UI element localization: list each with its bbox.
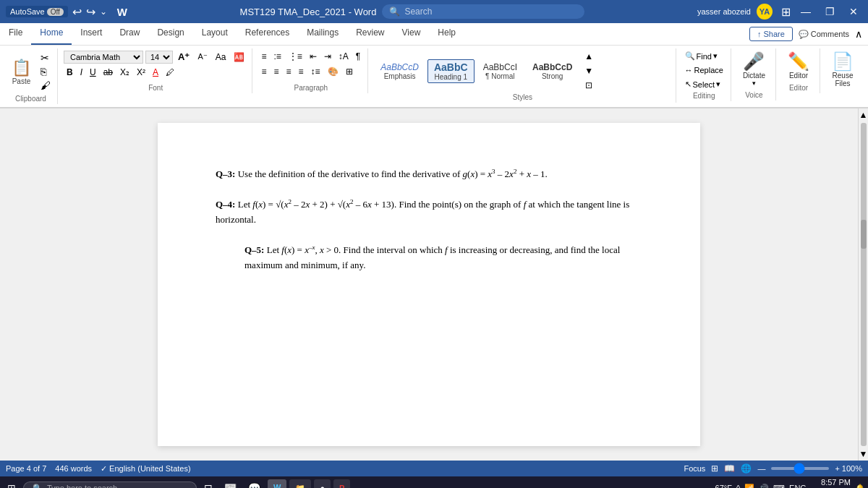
tab-view[interactable]: View: [393, 25, 430, 45]
page-layout-button[interactable]: ⊞: [711, 463, 718, 474]
ribbon-collapse-button[interactable]: ∧: [855, 28, 862, 40]
scroll-up-button[interactable]: ▲: [859, 110, 868, 120]
select-button[interactable]: ↖ Select ▾: [682, 78, 726, 90]
cut-button[interactable]: ✂: [38, 51, 53, 64]
style-normal[interactable]: AaBbCcI ¶ Normal: [477, 60, 524, 82]
tab-home[interactable]: Home: [31, 25, 72, 45]
style-strong[interactable]: AaBbCcD Strong: [526, 60, 579, 82]
tab-layout[interactable]: Layout: [193, 25, 237, 45]
grow-font-button[interactable]: A⁺: [175, 50, 192, 64]
tab-help[interactable]: Help: [429, 25, 464, 45]
comments-button[interactable]: 💬 Comments: [799, 30, 849, 39]
zoom-level[interactable]: + 100%: [835, 464, 862, 473]
user-avatar[interactable]: YA: [757, 4, 773, 20]
undo-icon[interactable]: ↩: [72, 5, 82, 19]
scroll-thumb[interactable]: [861, 220, 867, 249]
shrink-font-button[interactable]: A⁻: [195, 51, 210, 63]
show-paragraph-button[interactable]: ¶: [353, 50, 363, 63]
word-taskbar-app[interactable]: W: [268, 479, 286, 488]
tab-design[interactable]: Design: [148, 25, 192, 45]
layout-icon[interactable]: ⊞: [781, 5, 791, 19]
format-painter-button[interactable]: 🖌: [38, 79, 53, 92]
page-info[interactable]: Page 4 of 7: [6, 464, 46, 473]
align-left-button[interactable]: ≡: [258, 65, 269, 78]
pdf-app-button[interactable]: P: [333, 479, 350, 488]
increase-indent-button[interactable]: ⇥: [321, 50, 334, 63]
dictate-button[interactable]: 🎤 Dictate ▾: [739, 50, 770, 88]
word-count[interactable]: 446 words: [55, 464, 92, 473]
volume-icon[interactable]: 🔊: [759, 484, 769, 489]
web-layout-button[interactable]: 🌐: [741, 463, 752, 474]
strikethrough-button[interactable]: ab: [101, 66, 116, 79]
underline-button[interactable]: U: [87, 66, 99, 79]
chevron-up-icon[interactable]: ^: [736, 484, 740, 488]
scroll-down-button[interactable]: ▼: [859, 449, 868, 459]
taskbar-search-input[interactable]: [47, 484, 177, 488]
title-search-bar[interactable]: 🔍: [382, 4, 584, 19]
decrease-indent-button[interactable]: ⇤: [307, 50, 320, 63]
teams-button[interactable]: 💬: [244, 481, 265, 488]
taskbar-search[interactable]: 🔍: [23, 481, 197, 489]
minimize-button[interactable]: —: [796, 6, 815, 17]
tab-references[interactable]: References: [237, 25, 298, 45]
keyboard-icon[interactable]: ⌨: [773, 484, 785, 489]
multilevel-list-button[interactable]: ⋮≡: [286, 50, 305, 63]
styles-more[interactable]: ⊡: [582, 79, 596, 92]
borders-button[interactable]: ⊞: [343, 65, 356, 78]
align-center-button[interactable]: ≡: [271, 65, 281, 78]
bullets-button[interactable]: ≡: [258, 50, 269, 63]
system-clock[interactable]: 8:57 PM 11/20/2021: [811, 477, 851, 488]
document-scroll[interactable]: Q–3: Use the definition of the derivativ…: [0, 108, 858, 461]
tab-draw[interactable]: Draw: [111, 25, 148, 45]
font-color-button[interactable]: A: [150, 66, 161, 79]
sort-button[interactable]: ↕A: [336, 50, 352, 63]
share-button[interactable]: ↑ Share: [749, 27, 793, 41]
clear-format-button[interactable]: 🆎: [231, 51, 247, 64]
autosave-toggle[interactable]: AutoSave Off: [6, 6, 68, 17]
tab-mailings[interactable]: Mailings: [298, 25, 347, 45]
font-case-button[interactable]: Aa: [213, 51, 229, 64]
paste-button[interactable]: 📋 Paste: [7, 57, 35, 87]
subscript-button[interactable]: X₂: [117, 66, 132, 79]
file-explorer-button[interactable]: 📁: [289, 479, 311, 488]
close-button[interactable]: ✕: [845, 6, 862, 17]
vertical-scrollbar[interactable]: ▲ ▼: [858, 108, 868, 461]
find-button[interactable]: 🔍 Find ▾: [682, 50, 726, 62]
language-label[interactable]: ENG: [789, 484, 807, 488]
notification-icon[interactable]: 🔔: [855, 484, 865, 489]
style-emphasis[interactable]: AaBbCcD Emphasis: [374, 60, 425, 82]
style-heading1[interactable]: AaBbC Heading 1: [427, 59, 475, 83]
italic-button[interactable]: I: [77, 66, 85, 79]
bold-button[interactable]: B: [64, 66, 76, 79]
styles-scroll-down[interactable]: ▼: [582, 64, 596, 77]
windows-start-button[interactable]: ⊞: [3, 481, 20, 488]
network-icon[interactable]: 📶: [744, 484, 754, 489]
widgets-button[interactable]: 📰: [220, 481, 241, 488]
focus-button[interactable]: Focus: [684, 464, 705, 473]
line-spacing-button[interactable]: ↕≡: [307, 65, 323, 78]
copy-button[interactable]: ⎘: [38, 65, 53, 78]
chrome-button[interactable]: ●: [314, 479, 331, 488]
tab-review[interactable]: Review: [347, 25, 393, 45]
restore-button[interactable]: ❐: [821, 6, 839, 17]
numbering-button[interactable]: :≡: [271, 50, 284, 63]
redo-icon[interactable]: ↪: [86, 5, 95, 19]
font-family-select[interactable]: Cambria Math: [64, 51, 143, 64]
quick-access-more[interactable]: ⌄: [100, 7, 107, 17]
tab-insert[interactable]: Insert: [72, 25, 111, 45]
styles-scroll-up[interactable]: ▲: [582, 50, 596, 63]
editor-button[interactable]: ✏️ Editor: [783, 50, 814, 81]
align-right-button[interactable]: ≡: [283, 65, 294, 78]
title-search-input[interactable]: [404, 7, 549, 17]
replace-button[interactable]: ↔ Replace: [682, 64, 726, 76]
tab-file[interactable]: File: [0, 25, 31, 45]
task-view-button[interactable]: ⊟: [200, 481, 217, 488]
reuse-files-button[interactable]: 📄 ReuseFiles: [827, 50, 858, 89]
read-mode-button[interactable]: 📖: [724, 463, 735, 474]
justify-button[interactable]: ≡: [295, 65, 306, 78]
highlight-button[interactable]: 🖊: [163, 66, 177, 79]
font-size-select[interactable]: 14: [145, 51, 173, 64]
superscript-button[interactable]: X²: [134, 66, 148, 79]
zoom-slider[interactable]: [771, 467, 829, 470]
shading-button[interactable]: 🎨: [325, 65, 341, 78]
